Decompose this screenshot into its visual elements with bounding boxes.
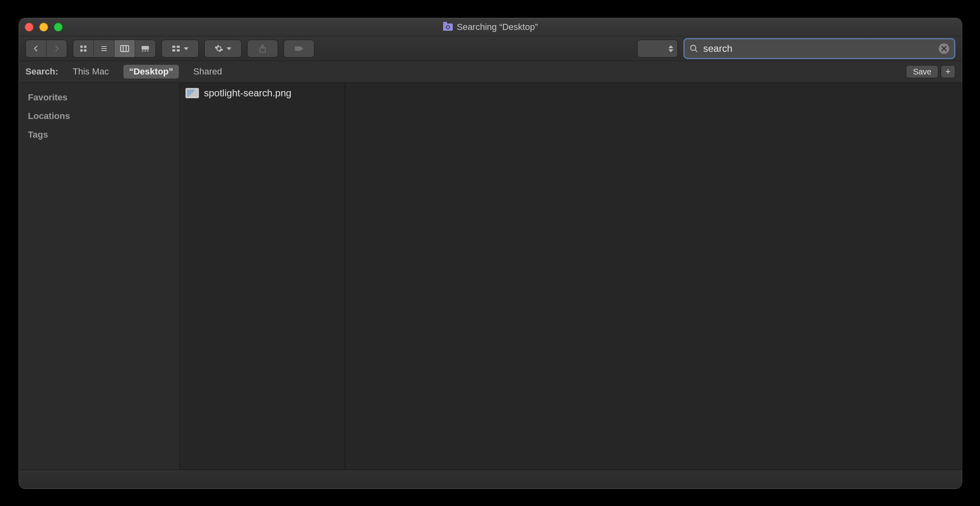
svg-rect-11 <box>142 51 144 52</box>
list-item[interactable]: spotlight-search.png <box>180 85 345 101</box>
results-column-2 <box>345 83 962 470</box>
finder-window: Searching “Desktop” <box>19 18 962 489</box>
file-name: spotlight-search.png <box>204 87 291 99</box>
svg-rect-7 <box>121 46 129 52</box>
view-switcher <box>73 40 156 57</box>
window-title-text: Searching “Desktop” <box>457 22 538 32</box>
results-column-1: spotlight-search.png <box>180 83 345 470</box>
sidebar-section-favorites[interactable]: Favorites <box>19 88 179 107</box>
share-button[interactable] <box>247 40 278 57</box>
columns-icon <box>120 45 129 52</box>
view-column-button[interactable] <box>115 40 135 57</box>
sidebar-section-locations[interactable]: Locations <box>19 107 179 125</box>
chevron-down-icon <box>227 47 231 50</box>
svg-rect-14 <box>172 46 175 48</box>
search-input[interactable] <box>702 43 935 55</box>
svg-rect-2 <box>81 49 83 52</box>
svg-rect-16 <box>172 49 175 52</box>
tags-button[interactable] <box>284 40 314 57</box>
scope-this-mac[interactable]: This Mac <box>67 65 115 79</box>
search-scope-bar: Search: This Mac “Desktop” Shared Save + <box>19 61 962 83</box>
chevron-down-icon <box>184 47 189 50</box>
svg-rect-13 <box>147 51 149 52</box>
svg-line-20 <box>695 50 698 52</box>
svg-rect-1 <box>84 46 87 48</box>
svg-rect-10 <box>142 46 149 50</box>
sidebar-section-tags[interactable]: Tags <box>19 125 179 144</box>
path-dropdown[interactable] <box>637 40 678 57</box>
svg-rect-15 <box>177 46 180 48</box>
svg-point-19 <box>691 45 696 51</box>
list-icon <box>100 45 108 53</box>
share-icon <box>259 44 267 53</box>
clear-search-button[interactable] <box>939 43 949 54</box>
tag-icon <box>294 45 304 52</box>
scope-desktop[interactable]: “Desktop” <box>123 65 179 79</box>
scope-shared[interactable]: Shared <box>188 65 228 79</box>
svg-rect-0 <box>81 46 83 48</box>
close-window-button[interactable] <box>25 23 34 32</box>
folder-icon <box>443 23 453 31</box>
forward-button[interactable] <box>47 40 67 57</box>
toolbar <box>19 36 962 61</box>
titlebar: Searching “Desktop” <box>19 18 962 36</box>
scope-label: Search: <box>25 66 58 77</box>
gear-icon <box>214 44 223 53</box>
action-menu-button[interactable] <box>204 40 242 57</box>
column-view: spotlight-search.png <box>180 83 962 470</box>
window-title: Searching “Desktop” <box>443 22 538 32</box>
nav-buttons <box>25 40 67 57</box>
view-gallery-button[interactable] <box>135 40 155 57</box>
add-criteria-button[interactable]: + <box>941 65 955 78</box>
save-search-button[interactable]: Save <box>906 65 938 78</box>
gallery-icon <box>141 45 150 52</box>
chevron-updown-icon <box>668 45 673 52</box>
arrange-icon <box>172 45 180 53</box>
arrange-button[interactable] <box>161 40 199 57</box>
view-list-button[interactable] <box>94 40 115 57</box>
grid-icon <box>79 45 87 53</box>
search-field[interactable] <box>683 38 955 59</box>
close-icon <box>941 46 947 51</box>
svg-rect-12 <box>144 51 146 52</box>
search-icon <box>689 44 698 53</box>
image-file-icon <box>185 88 199 98</box>
svg-rect-17 <box>177 49 180 52</box>
fullscreen-window-button[interactable] <box>54 23 63 32</box>
back-button[interactable] <box>26 40 47 57</box>
window-body: Favorites Locations Tags spotlight-searc… <box>19 83 962 470</box>
traffic-lights <box>25 23 63 32</box>
svg-rect-3 <box>84 49 87 52</box>
status-bar <box>19 470 962 489</box>
view-icon-button[interactable] <box>73 40 94 57</box>
minimize-window-button[interactable] <box>39 23 48 32</box>
sidebar: Favorites Locations Tags <box>19 83 180 470</box>
